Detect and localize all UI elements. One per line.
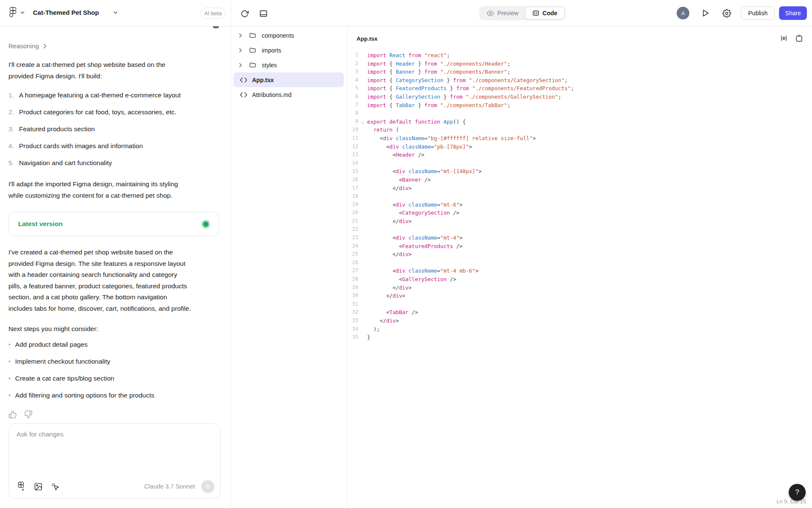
ai-beta-badge: AI beta xyxy=(200,8,225,19)
code-line: 25 </div> xyxy=(348,250,812,259)
tree-item-imports[interactable]: imports xyxy=(233,43,344,58)
code-line: 27 <div className="mt-4 mb-6"> xyxy=(348,267,812,275)
tree-item-app-tsx[interactable]: App.tsx xyxy=(233,72,344,87)
toolbar-divider xyxy=(230,0,231,26)
publish-button[interactable]: Publish xyxy=(741,6,775,20)
chevron-down-icon xyxy=(20,11,25,14)
adapt-paragraph: I'll adapt the imported Figma design, ma… xyxy=(8,179,220,201)
code-line: 16 <Banner /> xyxy=(348,176,812,184)
chat-scroll-area[interactable]: Reasoning I'll create a cat-themed pet s… xyxy=(0,42,230,419)
code-line: 9⌄export default function App() { xyxy=(348,118,812,126)
code-line: 5import { FeaturedProducts } from "./com… xyxy=(348,84,812,93)
code-label: Code xyxy=(543,10,557,17)
result-paragraph: I've created a cat-themed pet shop websi… xyxy=(8,247,220,314)
bullet-list: ●Add product detail pages●Implement chec… xyxy=(8,339,220,401)
numbered-list-item: 3.Featured products section xyxy=(8,124,220,135)
scrolled-avatar-remnant xyxy=(213,26,219,28)
status-dot-icon xyxy=(203,221,208,227)
top-toolbar: Cat-Themed Pet Shop AI beta Preview Code… xyxy=(0,0,812,26)
editor-header: App.tsx xyxy=(348,26,812,43)
tab-preview[interactable]: Preview xyxy=(480,7,525,19)
code-toggle-icon xyxy=(532,10,539,17)
code-line: 4import { CategorySection } from "./comp… xyxy=(348,76,812,85)
composer-card: Claude 3.7 Sonnet xyxy=(8,423,221,499)
tree-item-label: Attributions.md xyxy=(252,91,291,98)
code-line: 13 <Header /> xyxy=(348,151,812,159)
code-box-icon[interactable] xyxy=(795,34,804,43)
code-line: 32 <TabBar /> xyxy=(348,308,812,317)
project-title: Cat-Themed Pet Shop xyxy=(33,9,99,16)
panel-bottom-icon[interactable] xyxy=(258,8,269,19)
bullet-list-item: ●Add filtering and sorting options for t… xyxy=(8,390,220,401)
code-content[interactable]: 1import React from "react";2import { Hea… xyxy=(348,43,812,342)
latest-version-card[interactable]: Latest version xyxy=(8,212,219,236)
code-line: 10 return ( xyxy=(348,126,812,134)
numbered-list: 1.A homepage featuring a cat-themed e-co… xyxy=(8,90,220,168)
tree-item-components[interactable]: components xyxy=(233,28,344,43)
intro-paragraph: I'll create a cat-themed pet shop websit… xyxy=(8,59,220,82)
chat-panel: Reasoning I'll create a cat-themed pet s… xyxy=(0,26,231,508)
composer-footer: Claude 3.7 Sonnet xyxy=(16,480,214,493)
figma-logo-icon xyxy=(9,7,16,18)
image-icon[interactable] xyxy=(33,481,43,491)
code-line: 2import { Header } from "./components/He… xyxy=(348,60,812,68)
thumbs-up-icon[interactable] xyxy=(8,410,17,419)
avatar[interactable]: A xyxy=(677,7,689,19)
editor-filename: App.tsx xyxy=(357,36,773,42)
figma-menu-button[interactable] xyxy=(9,7,25,18)
reasoning-toggle[interactable]: Reasoning xyxy=(8,42,47,50)
code-line: 35} xyxy=(348,333,812,342)
tree-item-label: imports xyxy=(262,47,281,54)
code-line: 26 xyxy=(348,259,812,267)
model-selector[interactable]: Claude 3.7 Sonnet xyxy=(144,483,195,490)
reasoning-label: Reasoning xyxy=(8,42,39,50)
fold-chevron-icon[interactable]: ⌄ xyxy=(358,118,367,126)
latest-version-label: Latest version xyxy=(18,220,203,228)
preview-label: Preview xyxy=(497,10,518,17)
numbered-list-item: 1.A homepage featuring a cat-themed e-co… xyxy=(8,90,220,101)
code-file-icon xyxy=(240,77,247,83)
code-line: 24 <FeaturedProducts /> xyxy=(348,242,812,251)
thumbs-down-icon[interactable] xyxy=(24,410,33,419)
ask-for-changes-input[interactable] xyxy=(16,431,213,473)
chevron-right-icon xyxy=(239,33,243,38)
feedback-row xyxy=(8,410,220,419)
code-line: 28 <GallerySection /> xyxy=(348,275,812,284)
play-icon[interactable] xyxy=(700,8,710,18)
code-line: 6import { GallerySection } from "./compo… xyxy=(348,93,812,101)
code-file-icon xyxy=(240,92,247,98)
tree-item-attributions-md[interactable]: Attributions.md xyxy=(233,87,344,102)
chevron-right-icon xyxy=(43,44,47,49)
code-line: 15 <div className="mt-[148px]"> xyxy=(348,167,812,176)
bullet-list-item: ●Implement checkout functionality xyxy=(8,356,220,367)
share-button[interactable]: Share xyxy=(779,6,807,20)
file-tree-panel: componentsimportsstylesApp.tsxAttributio… xyxy=(231,26,348,508)
code-line: 11 <div className="bg-[#ffffff] relative… xyxy=(348,134,812,143)
gear-icon[interactable] xyxy=(721,8,732,18)
code-line: 14 xyxy=(348,159,812,168)
code-line: 29 </div> xyxy=(348,284,812,292)
code-editor-panel: App.tsx 1import React from "react";2impo… xyxy=(348,26,812,508)
cursor-sparkle-icon[interactable] xyxy=(50,481,60,491)
tree-item-styles[interactable]: styles xyxy=(233,58,344,72)
code-line: 33 </div> xyxy=(348,317,812,325)
code-line: 34 ); xyxy=(348,325,812,334)
code-line: 17 </div> xyxy=(348,184,812,193)
figma-import-icon[interactable] xyxy=(16,481,26,491)
send-button[interactable] xyxy=(201,480,214,493)
format-lines-icon[interactable] xyxy=(780,34,788,43)
folder-icon xyxy=(249,32,256,39)
refresh-icon[interactable] xyxy=(239,8,250,19)
bullet-list-item: ●Create a cat care tips/blog section xyxy=(8,373,220,384)
code-line: 12 <div className="pb-[78px]"> xyxy=(348,143,812,151)
eye-icon xyxy=(487,10,494,17)
send-arrow-icon xyxy=(205,483,211,490)
tab-code[interactable]: Code xyxy=(525,7,565,19)
code-line: 23 <div className="mt-4"> xyxy=(348,234,812,242)
preview-code-toggle: Preview Code xyxy=(479,6,565,20)
project-chevron-down-icon[interactable] xyxy=(113,11,118,14)
help-button[interactable]: ? xyxy=(789,484,806,501)
numbered-list-item: 5.Navigation and cart functionality xyxy=(8,157,220,168)
code-line: 8 xyxy=(348,109,812,118)
chevron-right-icon xyxy=(239,63,243,68)
